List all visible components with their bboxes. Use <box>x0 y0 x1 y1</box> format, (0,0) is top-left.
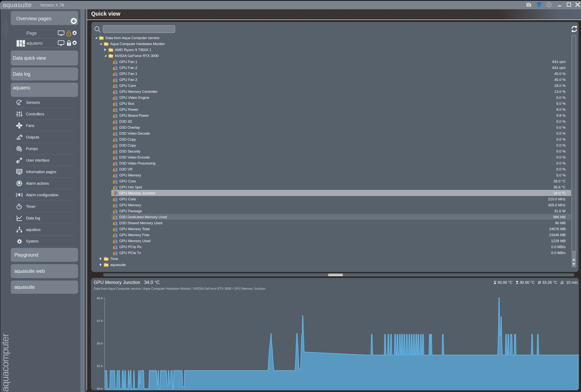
svg-text:35.0: 35.0 <box>97 342 102 345</box>
svg-text:32.5: 32.5 <box>97 364 102 368</box>
svg-text:40.0: 40.0 <box>97 297 102 300</box>
svg-text:37.5: 37.5 <box>97 319 102 323</box>
svg-text:30.0: 30.0 <box>97 387 102 390</box>
